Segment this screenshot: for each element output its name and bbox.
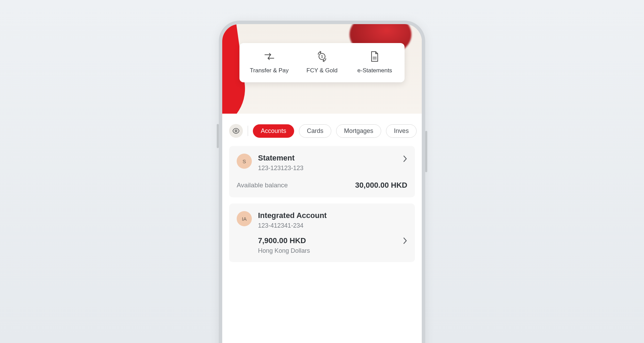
visibility-toggle[interactable] xyxy=(229,124,243,138)
chevron-right-icon xyxy=(402,155,407,163)
quick-action-label: FCY & Gold xyxy=(307,67,337,74)
eye-icon xyxy=(232,127,240,135)
avatar: IA xyxy=(237,211,252,226)
account-title: Integrated Account xyxy=(258,211,327,220)
quick-action-label: e-Statements xyxy=(357,67,392,74)
chevron-right-icon xyxy=(402,237,407,245)
account-title: Statement xyxy=(258,154,303,163)
svg-point-4 xyxy=(235,130,237,132)
account-card-statement[interactable]: S Statement 123-123123-123 Available bal… xyxy=(229,146,415,197)
balance-value: 30,000.00 HKD xyxy=(355,181,407,190)
quick-action-label: Transfer & Pay xyxy=(250,67,289,74)
account-number: 123-123123-123 xyxy=(258,165,303,172)
tab-investments[interactable]: Inves xyxy=(386,124,417,138)
account-number: 123-412341-234 xyxy=(258,222,327,229)
product-tabs: Accounts Cards Mortgages Inves xyxy=(222,124,422,138)
avatar: S xyxy=(237,154,252,169)
amount-row: 7,900.00 HKD xyxy=(258,236,407,245)
card-text: Integrated Account 123-412341-234 xyxy=(258,211,327,229)
fcy-gold-icon: $ xyxy=(316,51,328,62)
tab-mortgages[interactable]: Mortgages xyxy=(336,124,381,138)
divider xyxy=(248,126,248,136)
account-card-integrated[interactable]: IA Integrated Account 123-412341-234 7,9… xyxy=(229,204,415,262)
card-text: Statement 123-123123-123 xyxy=(258,154,303,172)
phone-screen: Transfer & Pay $ FCY & Gold xyxy=(222,24,422,343)
tab-accounts[interactable]: Accounts xyxy=(253,124,294,138)
hero-banner: Transfer & Pay $ FCY & Gold xyxy=(222,24,422,114)
balance-row: Available balance 30,000.00 HKD xyxy=(237,181,407,190)
quick-action-fcy-gold[interactable]: $ FCY & Gold xyxy=(296,51,348,74)
card-header: IA Integrated Account 123-412341-234 xyxy=(237,211,407,229)
phone-frame: Transfer & Pay $ FCY & Gold xyxy=(219,21,425,343)
quick-action-transfer-pay[interactable]: Transfer & Pay xyxy=(243,51,296,74)
tab-cards[interactable]: Cards xyxy=(299,124,331,138)
quick-action-estatements[interactable]: e-Statements xyxy=(348,51,401,74)
quick-actions-card: Transfer & Pay $ FCY & Gold xyxy=(239,43,405,82)
currency-description: Hong Kong Dollars xyxy=(258,247,407,254)
svg-text:$: $ xyxy=(321,55,323,59)
balance-label: Available balance xyxy=(237,181,288,189)
amount-value: 7,900.00 HKD xyxy=(258,236,306,245)
accounts-list: S Statement 123-123123-123 Available bal… xyxy=(222,138,422,262)
card-header: S Statement 123-123123-123 xyxy=(237,154,407,172)
document-icon xyxy=(369,51,380,62)
transfer-icon xyxy=(264,51,275,62)
